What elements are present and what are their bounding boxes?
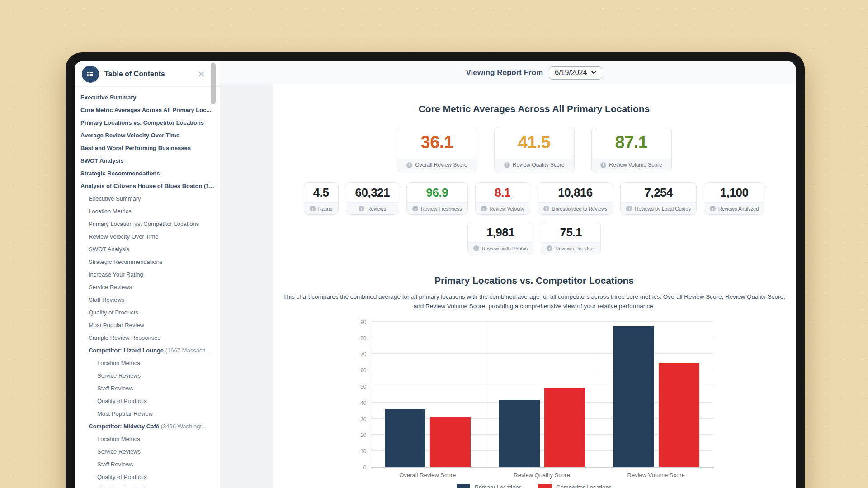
small-metric-cards-row-1: 4.5 i Rating 60,321 i Reviews 96.9 [273,182,796,215]
category-group [371,322,485,467]
legend-label: Competitor Locations [556,484,612,488]
category-group [485,322,599,467]
toc-item[interactable]: SWOT Analysis [75,243,220,256]
metric-label-strip: i Review Freshness [407,202,467,214]
y-tick-label: 10 [360,448,366,455]
report-page: Core Metric Averages Across All Primary … [273,84,796,488]
info-icon[interactable]: i [600,162,606,168]
chart-description: This chart compares the combined average… [281,292,788,311]
metric-label: Reviews Per User [555,246,595,251]
metric-label: Overall Review Score [415,162,467,168]
toc-item[interactable]: Service Reviews [75,446,220,458]
toc-item[interactable]: Most Popular Review [75,408,220,420]
toc-item[interactable]: Competitor: Midway Café (3496 Washingt..… [75,420,220,433]
metric-label: Rating [318,206,333,211]
big-metric-cards-row: 36.1 i Overall Review Score 41.5 i Revie… [273,127,796,172]
gridline [371,321,713,322]
toc-item[interactable]: Service Reviews [75,370,220,382]
toc-item[interactable]: SWOT Analysis [75,155,220,167]
toc-item[interactable]: Most Popular Review [75,483,220,488]
comparison-bar-chart: 0102030405060708090 Overall Review Score… [355,322,713,488]
metric-card: 1,981 i Reviews with Photos [467,222,534,254]
report-topbar: Viewing Report From 6/19/2024 [220,61,796,84]
toc-item[interactable]: Staff Reviews [75,294,220,306]
toc-item[interactable]: Location Metrics [75,433,220,446]
toc-item[interactable]: Most Popular Review [75,319,220,332]
metric-card: 41.5 i Review Quality Score [494,127,575,172]
metric-card: 96.9 i Review Freshness [406,182,467,215]
metric-label-strip: i Reviews by Local Guides [621,202,696,214]
toc-item[interactable]: Increase Your Rating [75,268,220,281]
metric-label: Review Velocity [490,206,524,211]
toc-item[interactable]: Staff Reviews [75,458,220,471]
y-tick-label: 30 [360,416,366,422]
toc-item[interactable]: Strategic Recommendations [75,256,220,268]
chevron-down-icon [591,71,596,74]
report-date-label: Viewing Report From [466,68,543,77]
metric-card: 7,254 i Reviews by Local Guides [620,182,697,215]
toc-item[interactable]: Quality of Products [75,471,220,483]
chart-legend: Primary Locations Competitor Locations [355,484,713,488]
table-of-contents-panel: Table of Contents ✕ Executive SummaryCor… [75,61,220,488]
report-date-select[interactable]: 6/19/2024 [549,66,602,80]
toc-item[interactable]: Best and Worst Performing Businesses [75,142,220,155]
metric-value: 1,100 [704,183,764,202]
toc-item[interactable]: Executive Summary [75,91,220,104]
bar-competitor-locations [659,363,699,467]
toc-item[interactable]: Sample Review Responses [75,332,220,344]
toc-item[interactable]: Quality of Products [75,395,220,408]
metric-card: 4.5 i Rating [304,182,339,215]
info-icon[interactable]: i [547,245,552,251]
info-icon[interactable]: i [504,162,510,168]
toc-list: Executive SummaryCore Metric Averages Ac… [75,87,220,488]
x-axis-label: Overall Review Score [371,468,485,479]
metric-card: 8.1 i Review Velocity [475,182,530,215]
metric-label: Unresponded to Reviews [552,206,608,211]
close-icon[interactable]: ✕ [198,70,205,78]
metric-value: 1,981 [468,222,533,242]
toc-item[interactable]: Primary Locations vs. Competitor Locatio… [75,117,220,129]
info-icon[interactable]: i [406,162,412,168]
metric-label-strip: i Reviews with Photos [468,242,533,254]
info-icon[interactable]: i [359,206,364,211]
y-tick-label: 70 [360,351,366,357]
scrollbar-thumb[interactable] [211,63,216,104]
toc-item[interactable]: Analysis of Citizens House of Blues Bost… [75,180,220,192]
toc-item[interactable]: Core Metric Averages Across All Primary … [75,104,220,117]
metric-label-strip: i Unresponded to Reviews [538,202,613,214]
info-icon[interactable]: i [412,206,418,211]
toc-item[interactable]: Primary Location vs. Competitor Location… [75,218,220,230]
device-frame: Table of Contents ✕ Executive SummaryCor… [66,52,805,488]
metric-card: 10,816 i Unresponded to Reviews [538,182,613,215]
info-icon[interactable]: i [481,206,487,211]
toc-item[interactable]: Executive Summary [75,192,220,205]
metric-label-strip: i Overall Review Score [397,158,477,172]
metric-label: Reviews by Local Guides [635,206,691,211]
toc-title: Table of Contents [104,70,165,78]
info-icon[interactable]: i [310,206,316,211]
toc-item[interactable]: Competitor: Lizard Lounge (1667 Massach.… [75,344,220,357]
legend-item: Competitor Locations [538,484,612,488]
x-axis-label: Review Quality Score [485,468,599,479]
info-icon[interactable]: i [626,206,632,211]
toc-item[interactable]: Average Review Velocity Over Time [75,129,220,142]
toc-item[interactable]: Staff Reviews [75,382,220,395]
legend-item: Primary Locations [457,484,522,488]
small-metric-cards-row-2: 1,981 i Reviews with Photos 75.1 i Revie… [273,222,796,254]
toc-item[interactable]: Quality of Products [75,306,220,319]
metric-value: 87.1 [592,127,671,158]
info-icon[interactable]: i [473,245,479,251]
toc-item[interactable]: Location Metrics [75,357,220,370]
chart-area: 0102030405060708090 [355,322,713,468]
metric-label: Reviews [367,206,386,211]
x-axis-labels: Overall Review ScoreReview Quality Score… [371,468,713,479]
toc-item[interactable]: Location Metrics [75,205,220,218]
toc-item[interactable]: Strategic Recommendations [75,167,220,180]
toc-item[interactable]: Review Velocity Over Time [75,230,220,243]
toc-item[interactable]: Service Reviews [75,281,220,294]
info-icon[interactable]: i [543,206,549,211]
metric-label-strip: i Reviews [346,202,399,214]
y-tick-label: 60 [360,367,366,374]
x-axis-label: Review Volume Score [599,468,713,479]
info-icon[interactable]: i [710,206,716,211]
